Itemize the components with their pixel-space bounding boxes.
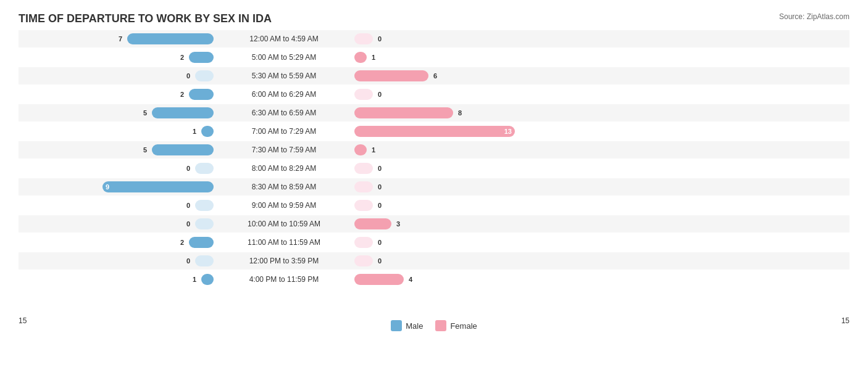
- male-bar: [189, 89, 214, 100]
- male-bar: [195, 255, 214, 266]
- female-bar: [354, 107, 453, 118]
- male-value-label: 7: [119, 35, 122, 43]
- left-section: 0: [19, 200, 216, 211]
- male-value-label: 2: [180, 54, 184, 61]
- table-row: 9 8:30 AM to 8:59 AM 0: [19, 178, 849, 196]
- legend-female: Female: [435, 320, 477, 331]
- left-section: 5: [19, 107, 216, 118]
- female-value-label: 0: [378, 239, 382, 246]
- female-value-label: 0: [378, 257, 382, 265]
- male-bar: [189, 237, 214, 248]
- female-value-label: 0: [378, 165, 382, 172]
- right-section: 4: [352, 274, 549, 285]
- right-section: 0: [352, 200, 549, 211]
- male-bar: [189, 52, 214, 63]
- female-bar: [354, 237, 373, 248]
- female-bar: 13: [354, 126, 515, 137]
- axis-right-label: 15: [841, 316, 849, 331]
- time-label: 8:00 AM to 8:29 AM: [216, 164, 352, 173]
- male-value-label: 9: [106, 183, 109, 191]
- time-label: 12:00 PM to 3:59 PM: [216, 257, 352, 265]
- table-row: 1 7:00 AM to 7:29 AM 13: [19, 123, 849, 140]
- male-bar: [195, 218, 214, 229]
- table-row: 5 7:30 AM to 7:59 AM 1: [19, 141, 849, 159]
- female-bar: [354, 255, 373, 266]
- table-row: 2 5:00 AM to 5:29 AM 1: [19, 49, 849, 66]
- female-bar: [354, 200, 373, 211]
- chart-area: 7 12:00 AM to 4:59 AM 0 2 5:00 AM to 5:2…: [19, 30, 849, 314]
- right-section: 3: [352, 218, 549, 229]
- female-bar: [354, 218, 391, 229]
- left-section: 7: [19, 33, 216, 44]
- male-value-label: 0: [186, 257, 190, 265]
- male-value-label: 0: [186, 165, 190, 172]
- male-bar: [195, 163, 214, 174]
- time-label: 5:00 AM to 5:29 AM: [216, 53, 352, 62]
- male-bar: [127, 33, 214, 44]
- female-value-label: 0: [378, 183, 382, 191]
- left-section: 1: [19, 274, 216, 285]
- male-bar: [195, 70, 214, 81]
- male-bar: [201, 274, 214, 285]
- female-value-label: 13: [504, 128, 512, 135]
- female-value-label: 0: [378, 202, 382, 209]
- female-value-label: 1: [372, 54, 375, 61]
- time-label: 7:00 AM to 7:29 AM: [216, 127, 352, 136]
- right-section: 8: [352, 107, 549, 118]
- legend-male-label: Male: [406, 321, 423, 331]
- time-label: 7:30 AM to 7:59 AM: [216, 146, 352, 154]
- table-row: 2 11:00 AM to 11:59 AM 0: [19, 234, 849, 251]
- female-bar: [354, 70, 428, 81]
- male-value-label: 0: [186, 202, 190, 209]
- female-bar: [354, 274, 404, 285]
- legend-female-label: Female: [450, 321, 477, 331]
- axis-left-label: 15: [19, 316, 27, 331]
- female-value-label: 8: [458, 109, 462, 117]
- chart-container: TIME OF DEPARTURE TO WORK BY SEX IN IDA …: [0, 0, 868, 367]
- chart-title: TIME OF DEPARTURE TO WORK BY SEX IN IDA: [19, 12, 849, 25]
- male-bar: [152, 107, 214, 118]
- time-label: 10:00 AM to 10:59 AM: [216, 220, 352, 228]
- female-bar: [354, 181, 373, 192]
- time-label: 12:00 AM to 4:59 AM: [216, 35, 352, 43]
- female-value-label: 0: [378, 91, 382, 98]
- male-bar: [195, 200, 214, 211]
- table-row: 7 12:00 AM to 4:59 AM 0: [19, 30, 849, 47]
- right-section: 6: [352, 70, 549, 81]
- legend-female-box: [435, 320, 446, 331]
- legend: Male Female: [391, 320, 477, 331]
- time-label: 9:00 AM to 9:59 AM: [216, 201, 352, 210]
- table-row: 0 12:00 PM to 3:59 PM 0: [19, 252, 849, 270]
- female-bar: [354, 89, 373, 100]
- table-row: 0 9:00 AM to 9:59 AM 0: [19, 197, 849, 214]
- right-section: 0: [352, 237, 549, 248]
- left-section: 5: [19, 144, 216, 155]
- left-section: 1: [19, 126, 216, 137]
- right-section: 0: [352, 255, 549, 266]
- time-label: 8:30 AM to 8:59 AM: [216, 183, 352, 191]
- right-section: 0: [352, 89, 549, 100]
- time-label: 4:00 PM to 11:59 PM: [216, 275, 352, 284]
- female-value-label: 4: [409, 276, 412, 283]
- female-bar: [354, 163, 373, 174]
- male-value-label: 2: [180, 239, 184, 246]
- right-section: 13: [352, 126, 549, 137]
- time-label: 6:30 AM to 6:59 AM: [216, 109, 352, 117]
- male-value-label: 0: [186, 72, 190, 80]
- female-bar: [354, 33, 373, 44]
- source-text: Source: ZipAtlas.com: [779, 12, 849, 21]
- male-value-label: 0: [186, 220, 190, 228]
- table-row: 0 5:30 AM to 5:59 AM 6: [19, 67, 849, 85]
- right-section: 0: [352, 33, 549, 44]
- female-bar: [354, 144, 367, 155]
- axis-bottom: 15 Male Female 15: [19, 314, 849, 334]
- table-row: 2 6:00 AM to 6:29 AM 0: [19, 86, 849, 103]
- time-label: 5:30 AM to 5:59 AM: [216, 72, 352, 80]
- table-row: 1 4:00 PM to 11:59 PM 4: [19, 271, 849, 288]
- table-row: 0 10:00 AM to 10:59 AM 3: [19, 215, 849, 233]
- table-row: 0 8:00 AM to 8:29 AM 0: [19, 160, 849, 177]
- male-bar: [201, 126, 214, 137]
- left-section: 2: [19, 89, 216, 100]
- right-section: 1: [352, 52, 549, 63]
- male-value-label: 5: [143, 109, 147, 117]
